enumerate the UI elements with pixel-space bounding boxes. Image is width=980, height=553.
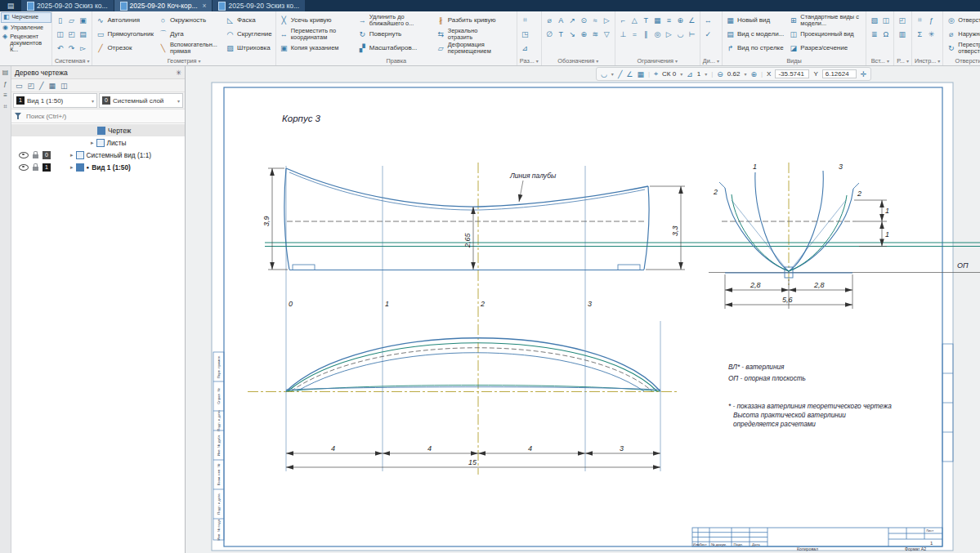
- app-menu-icon[interactable]: ▤: [0, 0, 21, 11]
- ribbon-button-split-curve[interactable]: ∦Разбить кривую: [436, 16, 514, 25]
- send-icon[interactable]: ▤: [78, 29, 88, 39]
- chevron-down-icon[interactable]: ▾: [611, 71, 614, 77]
- perpendicular-icon[interactable]: ⊥: [618, 29, 629, 39]
- document-tab-2-active[interactable]: 2025-09-20 Коч-кор... ×: [114, 0, 213, 11]
- angle-snap-icon[interactable]: ∠: [626, 70, 633, 78]
- visibility-eye-icon[interactable]: [19, 152, 29, 158]
- open-icon[interactable]: ▱: [66, 15, 77, 25]
- table-text-icon[interactable]: T: [556, 29, 566, 39]
- marker-icon[interactable]: ▷: [602, 15, 612, 25]
- ribbon-button-segment[interactable]: ╱Отрезок: [95, 44, 154, 52]
- ribbon-button-rebuild-holes[interactable]: ↻Перестроить отверстия и из...: [946, 42, 980, 54]
- group-label-raz[interactable]: Раз...▾: [520, 56, 539, 65]
- drawing-sheet[interactable]: Перв. примен. Справ. № Подп. и дата Инв.…: [186, 79, 980, 553]
- datum-icon[interactable]: ⊙: [579, 15, 589, 25]
- grid-toggle-icon[interactable]: ▦: [637, 70, 644, 78]
- ribbon-tab-reviewer[interactable]: ◈ Рецензент документов К...: [1, 33, 51, 53]
- layers-panel-icon[interactable]: ≡: [3, 91, 7, 99]
- x-coordinate-value[interactable]: -35.5741: [775, 69, 809, 78]
- equality-icon[interactable]: =: [629, 29, 640, 39]
- chevron-down-icon[interactable]: ▾: [705, 71, 707, 77]
- zoom-in-icon[interactable]: ⊕: [750, 70, 757, 78]
- undo-icon[interactable]: ↶: [55, 42, 65, 53]
- corner-icon[interactable]: ⌐: [618, 15, 629, 25]
- diameter-icon[interactable]: ⌀: [544, 15, 555, 25]
- ribbon-button-autoline[interactable]: ∿Автолиния: [95, 16, 154, 25]
- layout-icon[interactable]: ◰: [897, 15, 907, 25]
- wave-icon[interactable]: ≋: [590, 29, 601, 39]
- search-input[interactable]: [25, 112, 181, 121]
- arc-constraint-icon[interactable]: ◡: [675, 29, 686, 39]
- tree-item-sheets[interactable]: ▸ Листы: [11, 136, 185, 149]
- grid-constraint-icon[interactable]: ▦: [652, 15, 663, 25]
- parallel-icon[interactable]: ∥: [641, 29, 651, 39]
- group-label-designations[interactable]: Обозначения▾: [544, 56, 612, 65]
- new-document-icon[interactable]: ▯: [55, 15, 65, 25]
- current-view-dropdown[interactable]: 1 Вид 1 (1:50) ▾: [13, 93, 97, 108]
- parameters-panel-icon[interactable]: ƒ: [3, 80, 7, 87]
- leader-icon[interactable]: ↗: [567, 15, 578, 25]
- document-tab-3[interactable]: 2025-09-20 Эскиз ко...: [213, 0, 305, 11]
- tree-item-system-view[interactable]: 0 ▸ Системный вид (1:1): [11, 149, 185, 161]
- ribbon-button-view-by-arrow[interactable]: ↱Вид по стрелке: [725, 44, 785, 52]
- ribbon-button-move-by-coords[interactable]: ↔Переместить по координатам: [279, 28, 354, 40]
- lock-icon[interactable]: [33, 167, 38, 171]
- grid-view-icon[interactable]: ▦: [48, 82, 56, 90]
- group-label-r[interactable]: Р...▾: [897, 56, 909, 65]
- calc-icon[interactable]: Σ: [915, 29, 925, 39]
- expand-all-icon[interactable]: ◰: [28, 82, 35, 90]
- document-tab-1[interactable]: 2025-09-20 Эскиз ко...: [21, 0, 114, 11]
- y-coordinate-value[interactable]: 6.12624: [822, 69, 857, 78]
- ribbon-button-standard-views[interactable]: ⊞Стандартные виды с модели...: [788, 14, 863, 26]
- group-label-system[interactable]: Системная▾: [55, 56, 89, 65]
- ruler-icon[interactable]: ⊿: [520, 42, 530, 53]
- edit-tree-icon[interactable]: ╱: [39, 82, 43, 90]
- print-icon[interactable]: ◫: [55, 29, 65, 39]
- ribbon-button-fillet[interactable]: ◠Скругление: [225, 30, 273, 38]
- fix-icon[interactable]: ◎: [652, 29, 663, 39]
- measure-icon[interactable]: ◳: [520, 29, 530, 39]
- coordinate-system-icon[interactable]: ⌖: [654, 69, 658, 78]
- tangent-icon[interactable]: T: [641, 15, 651, 25]
- gear-icon[interactable]: ✳: [176, 69, 181, 77]
- settings-icon[interactable]: ✳: [926, 29, 937, 39]
- sheet-viewport[interactable]: Перв. примен. Справ. № Подп. и дата Инв.…: [186, 79, 980, 553]
- visibility-eye-icon[interactable]: [19, 164, 29, 171]
- ribbon-button-scale[interactable]: ▞Масштабиров...: [357, 44, 432, 52]
- ribbon-button-projection-view[interactable]: ◫Проекционный вид: [788, 30, 863, 38]
- group-label-tools[interactable]: Инстр...▾: [915, 56, 940, 65]
- insert-fragment-icon[interactable]: ▧: [869, 15, 879, 25]
- pages-icon[interactable]: ▥: [897, 29, 907, 39]
- insert-picture-icon[interactable]: ◫: [880, 15, 891, 25]
- collinear-icon[interactable]: ▷: [664, 29, 674, 39]
- ribbon-button-trim-curve[interactable]: ╳Усечь кривую: [279, 16, 354, 25]
- ribbon-button-extend[interactable]: →Удлинить до ближайшего о...: [357, 14, 432, 26]
- preview-icon[interactable]: ◰: [66, 29, 77, 39]
- group-label-geometry[interactable]: Геометрия▾: [95, 56, 272, 65]
- ribbon-tab-drafting[interactable]: ◧ Черчение: [1, 12, 51, 23]
- ribbon-button-hatch[interactable]: ▨Штриховка: [225, 44, 273, 52]
- zoom-value[interactable]: 0.62: [727, 70, 741, 78]
- group-label-holes[interactable]: Отверстия и резьбы▾: [946, 56, 980, 65]
- filter-view-icon[interactable]: ▭: [16, 82, 23, 90]
- tools-icon[interactable]: ⌗: [915, 15, 925, 25]
- thumbnail-icon[interactable]: ◫: [60, 82, 68, 90]
- ribbon-button-external-thread[interactable]: ⌀Наружная резьба: [946, 30, 980, 38]
- text-label-icon[interactable]: A: [556, 15, 566, 25]
- ribbon-button-chamfer[interactable]: ◺Фаска: [225, 16, 273, 25]
- redo-icon[interactable]: ↷: [66, 42, 77, 53]
- layer-number-value[interactable]: 1: [697, 70, 700, 78]
- save-icon[interactable]: ▣: [78, 15, 88, 25]
- lock-icon[interactable]: [33, 154, 38, 158]
- ribbon-button-view-from-model[interactable]: ▤Вид с модели...: [725, 30, 785, 38]
- expand-arrow-icon[interactable]: ▸: [91, 140, 94, 146]
- tab-close-icon[interactable]: ×: [203, 2, 207, 10]
- insert-table-icon[interactable]: ≣: [869, 29, 879, 39]
- equal-icon[interactable]: ≡: [664, 15, 674, 25]
- diagnostic-icon[interactable]: ↔: [703, 15, 714, 25]
- concentric-icon[interactable]: ⊕: [675, 15, 686, 25]
- chevron-down-icon[interactable]: ▾: [744, 71, 746, 77]
- zoom-out-icon[interactable]: ⊖: [717, 70, 723, 78]
- tolerance-icon[interactable]: ⊕: [579, 29, 589, 39]
- roughness-icon[interactable]: ≈: [590, 15, 601, 25]
